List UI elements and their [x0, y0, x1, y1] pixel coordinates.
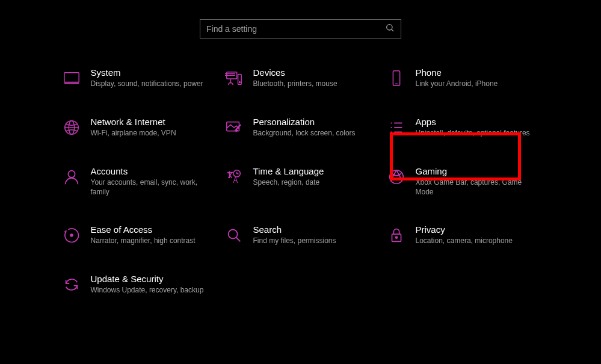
svg-point-29 — [395, 237, 397, 239]
personalization-icon — [223, 117, 245, 138]
svg-point-24 — [389, 170, 403, 184]
tile-time-language[interactable]: A Time & Language Speech, region, date — [220, 161, 382, 202]
tile-title: Devices — [253, 67, 372, 78]
tile-desc: Background, lock screen, colors — [253, 128, 372, 138]
tile-phone[interactable]: Phone Link your Android, iPhone — [382, 63, 544, 94]
tile-gaming[interactable]: Gaming Xbox Game Bar, captures, Game Mod… — [382, 161, 544, 202]
system-icon — [61, 67, 82, 89]
svg-point-0 — [387, 25, 392, 30]
update-icon — [61, 274, 82, 295]
tile-title: Personalization — [253, 117, 372, 127]
tile-desc: Windows Update, recovery, backup — [91, 285, 210, 295]
tile-desc: Your accounts, email, sync, work, family — [91, 177, 210, 197]
tile-title: Network & Internet — [91, 117, 210, 127]
devices-icon — [223, 67, 245, 89]
tile-desc: Location, camera, microphone — [416, 236, 535, 245]
tile-devices[interactable]: Devices Bluetooth, printers, mouse — [220, 63, 382, 94]
svg-text:A: A — [233, 176, 238, 185]
search-box[interactable] — [200, 19, 401, 39]
globe-icon — [61, 117, 82, 138]
tile-desc: Display, sound, notifications, power — [91, 79, 210, 88]
tile-title: Gaming — [416, 166, 535, 176]
svg-line-1 — [392, 29, 393, 31]
tile-title: Update & Security — [91, 274, 210, 284]
tile-title: Apps — [416, 117, 535, 127]
tile-privacy[interactable]: Privacy Location, camera, microphone — [382, 220, 544, 251]
svg-line-27 — [236, 238, 240, 242]
svg-rect-2 — [64, 73, 78, 82]
tile-desc: Bluetooth, printers, mouse — [253, 79, 372, 88]
lock-icon — [386, 224, 407, 246]
tile-title: Privacy — [416, 224, 535, 235]
svg-point-8 — [239, 82, 240, 83]
tile-search[interactable]: Search Find my files, permissions — [220, 220, 382, 251]
tile-accounts[interactable]: Accounts Your accounts, email, sync, wor… — [57, 161, 220, 202]
tile-desc: Speech, region, date — [253, 177, 372, 187]
tile-update-security[interactable]: Update & Security Windows Update, recove… — [57, 269, 220, 300]
search-input[interactable] — [206, 24, 385, 34]
svg-point-21 — [68, 171, 75, 177]
tile-desc: Find my files, permissions — [253, 236, 372, 245]
tile-title: System — [91, 67, 210, 78]
apps-icon — [386, 117, 407, 138]
gaming-icon — [386, 166, 407, 188]
tile-desc: Link your Android, iPhone — [416, 79, 535, 88]
tile-desc: Uninstall, defaults, optional features — [416, 128, 535, 138]
tile-apps[interactable]: Apps Uninstall, defaults, optional featu… — [382, 112, 544, 143]
svg-rect-9 — [393, 71, 399, 85]
tile-title: Phone — [416, 67, 535, 78]
tile-personalization[interactable]: Personalization Background, lock screen,… — [220, 112, 382, 143]
tile-desc: Narrator, magnifier, high contrast — [91, 236, 210, 245]
search-tile-icon — [223, 224, 245, 246]
tile-title: Time & Language — [253, 166, 372, 176]
tile-title: Search — [253, 224, 372, 235]
settings-grid: System Display, sound, notifications, po… — [0, 63, 601, 300]
accounts-icon — [61, 166, 82, 188]
tile-system[interactable]: System Display, sound, notifications, po… — [57, 63, 220, 94]
svg-point-26 — [228, 230, 237, 239]
search-icon — [385, 23, 395, 35]
tile-title: Accounts — [91, 166, 210, 176]
svg-point-25 — [70, 235, 73, 237]
tile-title: Ease of Access — [91, 224, 210, 235]
tile-desc: Xbox Game Bar, captures, Game Mode — [416, 177, 535, 197]
tile-ease-of-access[interactable]: Ease of Access Narrator, magnifier, high… — [57, 220, 220, 251]
phone-icon — [386, 67, 407, 89]
time-language-icon: A — [223, 166, 245, 188]
ease-of-access-icon — [61, 224, 82, 246]
tile-network[interactable]: Network & Internet Wi-Fi, airplane mode,… — [57, 112, 220, 143]
tile-desc: Wi-Fi, airplane mode, VPN — [91, 128, 210, 138]
